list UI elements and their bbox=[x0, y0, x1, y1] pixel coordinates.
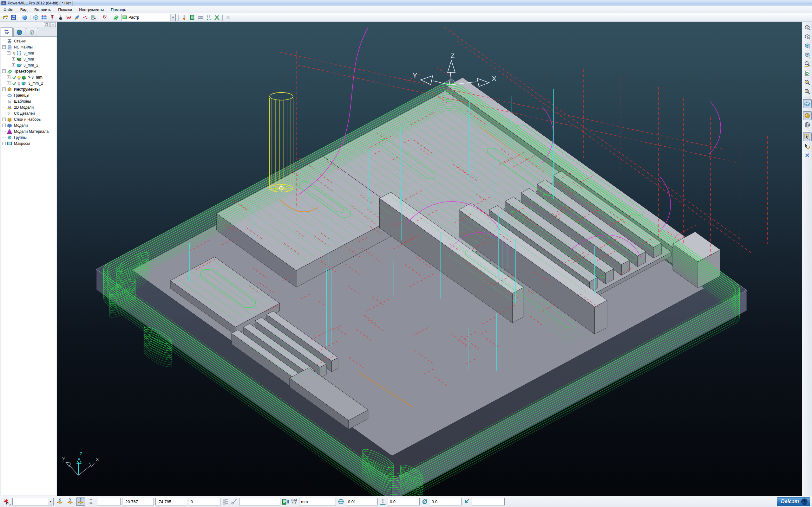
plane-z-button[interactable]: Z bbox=[76, 498, 85, 506]
combo-arrow-icon[interactable]: ▼ bbox=[170, 14, 175, 21]
tree-item[interactable]: +3_mm_2 bbox=[1, 62, 56, 68]
tolerance-field[interactable]: 0.01 bbox=[346, 498, 378, 505]
workplane-combo[interactable]: ▼ bbox=[12, 498, 54, 505]
calculator-button[interactable] bbox=[188, 14, 196, 21]
undo-select-button[interactable] bbox=[803, 142, 812, 151]
iso2-view-button[interactable] bbox=[803, 32, 812, 41]
cursor-z-field[interactable]: 0 bbox=[189, 498, 220, 505]
tree-item[interactable]: +Инструменты bbox=[1, 86, 56, 92]
tree-item[interactable]: СК Деталей bbox=[1, 110, 56, 116]
tool-button[interactable] bbox=[48, 14, 56, 21]
tree-item[interactable]: +Слои и Наборы bbox=[1, 116, 56, 122]
tree-item[interactable]: Шаблоны bbox=[1, 98, 56, 104]
plane-y-button[interactable]: Y bbox=[66, 498, 74, 506]
tree-item[interactable]: +Модели bbox=[1, 122, 56, 128]
workplane-origin-button[interactable] bbox=[2, 498, 11, 506]
start-points-button[interactable] bbox=[81, 14, 90, 21]
close-panel-button[interactable]: ✕ bbox=[50, 22, 56, 27]
tree-item[interactable]: −3_mm bbox=[1, 50, 56, 56]
tree-item[interactable]: 2D Модели bbox=[1, 104, 56, 110]
expand-icon[interactable]: + bbox=[2, 124, 6, 127]
titlebar[interactable]: PowerMILL Pro 2012 (64-bit) [ * Нет ] bbox=[0, 0, 812, 6]
zoom-to-fit-button[interactable] bbox=[803, 78, 812, 87]
close-button[interactable] bbox=[224, 14, 232, 21]
bulb-on-icon[interactable] bbox=[16, 75, 20, 79]
check-icon[interactable] bbox=[12, 81, 16, 85]
cursor-y-field[interactable]: -74.785 bbox=[155, 498, 187, 505]
view-down-z-button[interactable] bbox=[803, 50, 812, 59]
collapse-icon[interactable]: − bbox=[2, 69, 6, 73]
toolpath-strategies-button[interactable] bbox=[112, 14, 120, 21]
block-setup-button[interactable] bbox=[32, 14, 40, 21]
expand-icon[interactable]: + bbox=[7, 75, 10, 79]
viewport-3d[interactable]: ZYXZYX bbox=[57, 22, 802, 496]
clipboard-button[interactable] bbox=[213, 14, 221, 21]
expand-icon[interactable]: + bbox=[7, 81, 10, 85]
menu-item[interactable]: Покажи bbox=[55, 7, 75, 13]
shaded-model-button[interactable] bbox=[803, 111, 812, 120]
shaded-view-button[interactable] bbox=[803, 41, 812, 50]
float-panel-button[interactable]: ❐ bbox=[44, 22, 49, 27]
tree-item[interactable]: −Траектории bbox=[1, 68, 56, 74]
explorer-tab[interactable] bbox=[1, 27, 13, 37]
tree-item[interactable]: −NC Файлы bbox=[1, 44, 56, 50]
grid-button[interactable] bbox=[87, 498, 96, 506]
bulb-off-icon[interactable] bbox=[12, 51, 16, 55]
plane-x-button[interactable]: X bbox=[55, 498, 64, 506]
show-block-button[interactable] bbox=[803, 99, 812, 108]
tool-assembly-button[interactable] bbox=[56, 14, 65, 21]
tree-item[interactable]: +3_mm_2 bbox=[1, 80, 56, 86]
expand-icon[interactable]: + bbox=[12, 57, 15, 61]
combo-arrow-icon[interactable]: ▼ bbox=[48, 498, 53, 505]
tree-item[interactable]: Станки bbox=[1, 38, 56, 44]
units-field[interactable]: mm bbox=[299, 498, 336, 505]
check-icon[interactable] bbox=[12, 75, 16, 79]
tree-item[interactable]: Модели Материала bbox=[1, 128, 56, 134]
tree-item[interactable]: +3_mm bbox=[1, 56, 56, 62]
previous-view-button[interactable] bbox=[803, 60, 812, 68]
wireframe-button[interactable] bbox=[803, 120, 812, 129]
tree-item[interactable]: +Макросы bbox=[1, 140, 56, 147]
collapse-icon[interactable]: − bbox=[2, 45, 6, 49]
refresh-view-button[interactable] bbox=[803, 69, 812, 78]
open-project-button[interactable] bbox=[1, 14, 9, 21]
toolpath-edit-button[interactable] bbox=[73, 14, 81, 21]
tree-item[interactable]: Группы bbox=[1, 134, 56, 140]
expand-icon[interactable]: + bbox=[2, 142, 6, 145]
tool-change-button[interactable] bbox=[205, 14, 213, 21]
close-toolbar-button[interactable] bbox=[803, 151, 812, 160]
strategy-combo[interactable]: Растр▼ bbox=[121, 14, 176, 21]
simulation-button[interactable] bbox=[180, 14, 188, 21]
save-project-button[interactable] bbox=[9, 14, 18, 21]
menu-item[interactable]: Вставить bbox=[31, 7, 55, 13]
bulb-off-icon[interactable] bbox=[16, 81, 20, 85]
tree-item[interactable]: +> 3_mm bbox=[1, 74, 56, 80]
collapse-icon[interactable]: − bbox=[7, 51, 10, 55]
expand-icon[interactable]: + bbox=[12, 63, 15, 67]
menu-item[interactable]: Инструменты bbox=[75, 7, 107, 13]
tree-item[interactable]: Границы bbox=[1, 92, 56, 98]
print-button[interactable] bbox=[20, 14, 29, 21]
iso1-view-button[interactable] bbox=[803, 23, 812, 32]
select-box-button[interactable] bbox=[803, 132, 812, 141]
cursor-x-field[interactable]: -20.767 bbox=[122, 498, 154, 505]
nc-program-button[interactable] bbox=[90, 14, 98, 21]
expand-icon[interactable]: + bbox=[2, 118, 6, 121]
expand-icon[interactable]: + bbox=[2, 88, 6, 91]
grid-size-field[interactable] bbox=[97, 498, 120, 505]
thickness-field[interactable]: 0.0 bbox=[388, 498, 420, 505]
panel-grip[interactable] bbox=[3, 24, 41, 25]
rapid-heights-button[interactable] bbox=[40, 14, 48, 21]
menu-item[interactable]: Вид bbox=[17, 7, 31, 13]
measure-button[interactable] bbox=[196, 14, 205, 21]
snap-field[interactable] bbox=[472, 498, 505, 505]
web-tab[interactable] bbox=[13, 28, 26, 37]
recycle-tab[interactable] bbox=[26, 28, 38, 37]
menu-item[interactable]: Файл bbox=[0, 7, 17, 13]
feeds-speeds-button[interactable] bbox=[101, 14, 109, 21]
zoom-box-button[interactable] bbox=[803, 87, 812, 96]
position-field[interactable] bbox=[239, 498, 281, 505]
tool-diameter-field[interactable]: 3.0 bbox=[430, 498, 461, 505]
leads-links-button[interactable] bbox=[65, 14, 73, 21]
menu-item[interactable]: Помощь bbox=[107, 7, 130, 13]
